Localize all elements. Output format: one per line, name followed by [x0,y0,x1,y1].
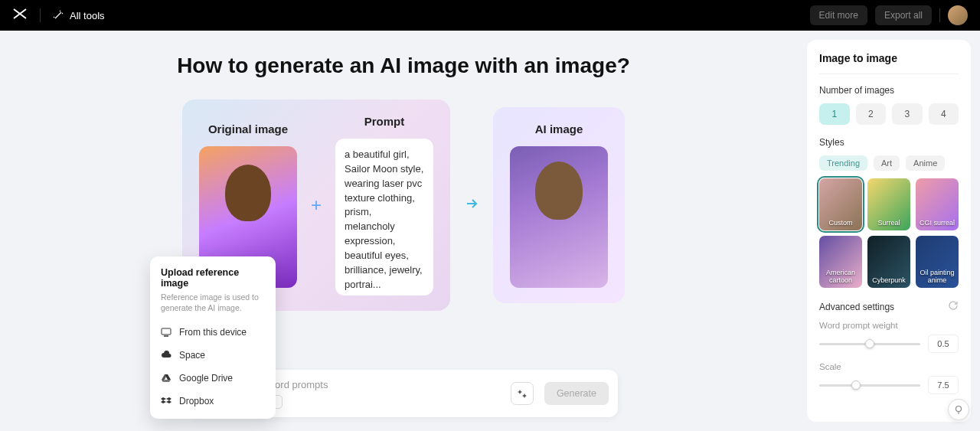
word-weight-slider[interactable] [819,343,920,345]
arrow-right-icon [464,196,479,214]
style-option-cgi-surreal[interactable]: CGI surreal [916,178,959,230]
style-option-custom[interactable]: Custom [819,178,862,230]
scale-value[interactable]: 7.5 [928,376,959,394]
divider [939,8,940,22]
all-tools-label: All tools [70,10,105,21]
svg-rect-0 [162,328,171,335]
style-option-label: Oil painting anime [916,269,959,285]
device-icon [161,327,172,338]
num-images-option-2[interactable]: 2 [856,103,887,125]
app-logo[interactable] [12,8,28,24]
original-image-label: Original image [208,122,288,136]
num-images-option-1[interactable]: 1 [819,103,850,125]
scale-slider[interactable] [819,384,920,387]
divider [40,8,41,22]
app-header: All tools Edit more Export all [0,0,980,31]
lightbulb-icon [953,404,964,415]
reset-button[interactable] [948,300,959,313]
all-tools-button[interactable]: All tools [53,10,105,21]
prompt-label: Prompt [364,115,405,128]
num-images-options: 1234 [819,103,959,125]
style-option-label: Surreal [877,220,900,227]
ai-image-preview [510,146,608,288]
style-tabs: TrendingArtAnime [819,155,959,171]
upload-source-cloud[interactable]: Space [161,344,265,367]
style-option-american-cartoon[interactable]: American cartoon [819,236,862,288]
upload-popover-title: Upload reference image [161,267,265,289]
num-images-option-3[interactable]: 3 [892,103,923,125]
style-tab-art[interactable]: Art [874,155,900,171]
magic-wand-icon [53,10,64,21]
upload-source-label: Dropbox [179,396,214,407]
word-weight-value[interactable]: 0.5 [928,335,959,353]
style-option-oil-painting-anime[interactable]: Oil painting anime [916,236,959,288]
panel-title: Image to image [819,52,959,74]
advanced-settings-label: Advanced settings [819,302,894,312]
style-option-label: CGI surreal [920,220,955,227]
styles-label: Styles [819,137,959,148]
style-option-label: Cyberpunk [872,277,906,285]
svg-point-3 [956,407,962,412]
upload-popover-subtitle: Reference image is used to generate the … [161,292,265,313]
style-tab-trending[interactable]: Trending [819,155,867,171]
num-images-option-4[interactable]: 4 [929,103,959,125]
style-option-cyberpunk[interactable]: Cyberpunk [867,236,910,288]
ai-suggest-button[interactable] [511,382,534,405]
gdrive-icon [161,373,172,384]
prompt-example-text: a beautiful girl, Sailor Moon style, wea… [335,139,433,295]
style-option-label: Custom [828,220,852,227]
upload-source-label: Space [179,350,205,361]
page-title: How to generate an AI image with an imag… [0,54,807,78]
output-card: AI image [493,107,625,303]
style-grid: CustomSurrealCGI surrealAmerican cartoon… [819,178,959,288]
upload-reference-popover: Upload reference image Reference image i… [150,256,276,419]
prompt-input[interactable]: Enter word prompts [241,379,500,390]
sparkle-icon [516,387,528,400]
style-tab-anime[interactable]: Anime [906,155,945,171]
edit-more-button[interactable]: Edit more [810,5,867,25]
style-option-surreal[interactable]: Surreal [867,178,910,230]
generate-button[interactable]: Generate [544,382,609,405]
num-images-label: Number of images [819,85,959,96]
reset-icon [948,300,959,311]
style-option-label: American cartoon [819,269,862,285]
user-avatar[interactable] [948,5,968,25]
cloud-icon [161,350,172,361]
settings-panel: Image to image Number of images 1234 Sty… [807,40,971,422]
ai-image-label: AI image [535,122,583,136]
word-weight-label: Word prompt weight [819,321,959,330]
help-button[interactable] [948,399,969,420]
scale-label: Scale [819,362,959,371]
tutorial-cards: Original image + Prompt a beautiful girl… [0,100,807,311]
upload-source-device[interactable]: From this device [161,321,265,344]
export-all-button[interactable]: Export all [875,5,932,25]
upload-source-label: Google Drive [179,373,233,384]
plus-icon: + [311,194,322,216]
upload-source-label: From this device [179,327,247,338]
upload-source-dropbox[interactable]: Dropbox [161,390,265,413]
upload-source-gdrive[interactable]: Google Drive [161,367,265,390]
dropbox-icon [161,396,172,407]
